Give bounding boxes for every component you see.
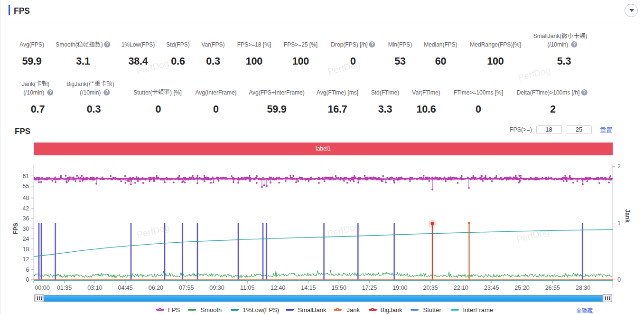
svg-text:20:35: 20:35 — [423, 285, 438, 291]
svg-text:22:10: 22:10 — [454, 285, 468, 291]
svg-text:55: 55 — [23, 183, 29, 190]
svg-text:01:35: 01:35 — [57, 285, 72, 291]
svg-text:03:10: 03:10 — [87, 285, 102, 291]
svg-text:0: 0 — [26, 276, 29, 283]
svg-text:12:40: 12:40 — [271, 285, 285, 291]
svg-text:30: 30 — [23, 226, 29, 232]
svg-text:1: 1 — [617, 220, 621, 227]
svg-text:17:25: 17:25 — [362, 285, 377, 291]
svg-text:42: 42 — [23, 205, 29, 212]
svg-text:06:20: 06:20 — [149, 285, 163, 291]
svg-text:6: 6 — [26, 266, 29, 273]
svg-text:11:05: 11:05 — [240, 285, 254, 291]
svg-text:19:00: 19:00 — [392, 285, 407, 291]
svg-text:00:00: 00:00 — [35, 285, 49, 291]
svg-text:2: 2 — [617, 163, 621, 170]
svg-text:07:55: 07:55 — [179, 285, 194, 291]
svg-text:14:15: 14:15 — [301, 285, 316, 291]
svg-text:61: 61 — [23, 173, 29, 180]
svg-text:24: 24 — [23, 236, 29, 242]
svg-text:15:50: 15:50 — [332, 285, 346, 291]
svg-text:36: 36 — [23, 215, 29, 222]
svg-text:25:20: 25:20 — [514, 285, 529, 291]
svg-text:0: 0 — [617, 276, 621, 283]
svg-text:23:45: 23:45 — [484, 285, 499, 291]
svg-text:26:55: 26:55 — [545, 285, 560, 291]
svg-text:18: 18 — [23, 246, 29, 253]
svg-text:28:30: 28:30 — [576, 285, 590, 291]
svg-text:48: 48 — [23, 195, 29, 201]
svg-text:09:30: 09:30 — [209, 285, 224, 291]
svg-text:04:45: 04:45 — [118, 285, 132, 291]
svg-text:12: 12 — [23, 256, 29, 263]
svg-text:FPS: FPS — [12, 223, 19, 234]
svg-text:Jank: Jank — [624, 209, 631, 223]
